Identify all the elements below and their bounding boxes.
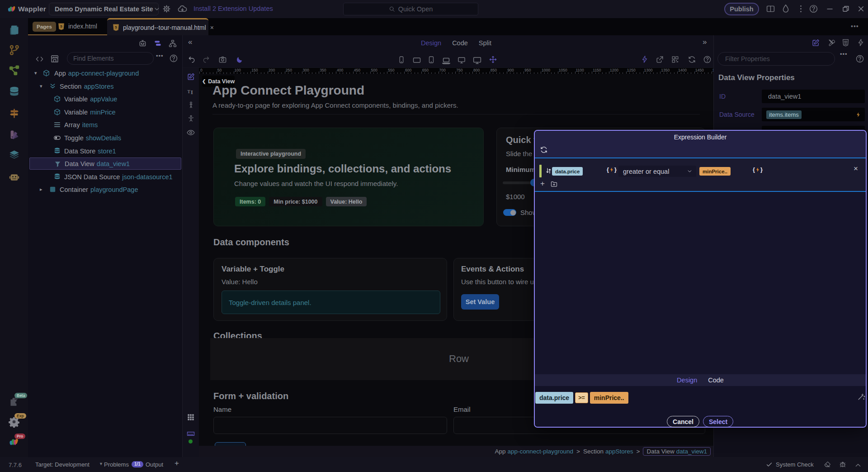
rail-palette-icon[interactable] xyxy=(0,127,28,142)
condition-right-chip[interactable]: minPrice.. xyxy=(699,167,731,176)
find-elements-input[interactable]: Find Elements xyxy=(67,52,154,65)
rail-database-icon[interactable] xyxy=(0,84,28,99)
tree-item-json-datasource1[interactable]: JSON Data Sourcejson-datasource1 xyxy=(29,171,181,183)
code-view-icon[interactable] xyxy=(35,54,44,64)
eye-icon[interactable] xyxy=(186,128,195,137)
restore-button[interactable] xyxy=(841,5,850,13)
tree-item-minPrice[interactable]: VariableminPrice xyxy=(29,106,181,118)
chevron-up-icon[interactable] xyxy=(854,462,862,469)
set-value-button[interactable]: Set Value xyxy=(461,294,499,310)
rail-git-icon[interactable] xyxy=(0,42,28,57)
tree-help-icon[interactable] xyxy=(169,54,178,63)
tree-item-appValue[interactable]: VariableappValue xyxy=(29,93,181,105)
sort-icon[interactable] xyxy=(545,167,552,175)
magic-wand-icon[interactable] xyxy=(857,392,866,401)
tree-collapse-icon[interactable]: ▾ xyxy=(40,83,42,89)
actions-bolt-icon[interactable] xyxy=(641,55,649,63)
system-check-button[interactable]: System Check xyxy=(776,461,814,468)
expand-panel-icon[interactable]: » xyxy=(703,38,707,47)
dark-mode-moon-icon[interactable] xyxy=(235,55,244,64)
split-view-icon[interactable] xyxy=(766,4,775,14)
outline-view-icon[interactable] xyxy=(153,39,162,48)
cancel-button[interactable]: Cancel xyxy=(667,416,699,427)
tree-item-appStores[interactable]: ▾SectionappStores xyxy=(29,80,181,92)
publish-button[interactable]: Publish xyxy=(724,3,759,15)
view-mode-code[interactable]: Code xyxy=(452,39,468,47)
device-laptop-icon[interactable] xyxy=(441,56,451,66)
tabbar-overflow-icon[interactable]: ••• xyxy=(851,23,859,30)
device-tablet-landscape-icon[interactable] xyxy=(412,56,421,65)
edit-mode-icon[interactable] xyxy=(187,72,195,81)
eraser-icon[interactable] xyxy=(824,461,831,468)
pages-badge[interactable]: Pages xyxy=(33,22,56,32)
rail-signpost-icon[interactable] xyxy=(0,105,28,121)
tree-item-store1[interactable]: Data Storestore1 xyxy=(29,145,181,157)
output-button[interactable]: Output xyxy=(146,461,163,468)
tree-collapse-icon[interactable]: ▾ xyxy=(34,70,37,76)
remove-condition-icon[interactable]: × xyxy=(854,164,858,173)
expression-left-chip[interactable]: data.price xyxy=(535,392,573,404)
show-details-toggle[interactable] xyxy=(503,209,516,216)
qr-code-icon[interactable] xyxy=(671,55,679,64)
open-external-icon[interactable] xyxy=(656,55,664,64)
name-input[interactable] xyxy=(213,417,447,434)
binding-picker-icon[interactable]: {} xyxy=(753,167,763,173)
refresh-icon[interactable] xyxy=(688,55,696,64)
grid-toggle-icon[interactable] xyxy=(187,413,195,421)
css-styles-icon[interactable] xyxy=(841,38,850,47)
screenshot-camera-icon[interactable] xyxy=(218,55,227,64)
rail-layers-icon[interactable] xyxy=(0,147,28,162)
data-source-input[interactable]: items.items xyxy=(762,108,865,121)
help-icon[interactable] xyxy=(809,4,818,14)
canvas-help-icon[interactable] xyxy=(703,55,712,64)
breadcrumb-app-connect-playground[interactable]: Appapp-connect-playground xyxy=(495,448,573,455)
binding-bolt-icon[interactable] xyxy=(855,112,861,118)
properties-help-icon[interactable] xyxy=(855,54,864,63)
target-selector[interactable]: Target: Development xyxy=(35,461,90,468)
edit-properties-icon[interactable] xyxy=(811,38,820,47)
dialog-refresh-icon[interactable] xyxy=(540,146,548,154)
rail-flow-icon[interactable] xyxy=(0,62,28,77)
accessibility-icon[interactable] xyxy=(187,114,195,122)
hierarchy-view-icon[interactable] xyxy=(168,39,177,48)
collapse-panel-icon[interactable]: « xyxy=(188,38,192,47)
theme-drop-icon[interactable] xyxy=(781,4,791,14)
settings-gear-icon[interactable] xyxy=(162,4,171,14)
dialog-tab-design[interactable]: Design xyxy=(677,377,697,384)
project-selector[interactable]: Demo Dynamic Real Estate Site xyxy=(49,3,159,15)
tree-item-app-connect-playground[interactable]: ▾Appapp-connect-playground xyxy=(29,67,181,79)
tree-item-items[interactable]: Arrayitems xyxy=(29,119,181,131)
view-mode-design[interactable]: Design xyxy=(421,39,441,47)
kebab-menu-icon[interactable] xyxy=(796,4,806,14)
extension-updates-icon[interactable] xyxy=(177,4,188,14)
undo-icon[interactable] xyxy=(188,55,196,63)
quick-open-input[interactable]: Quick Open xyxy=(343,3,478,15)
info-person-icon[interactable] xyxy=(187,101,195,109)
problems-button[interactable]: Problems xyxy=(104,461,129,468)
expression-op-chip[interactable]: >= xyxy=(575,392,588,403)
components-store-icon[interactable] xyxy=(50,54,60,64)
tree-item-showDetails[interactable]: ToggleshowDetails xyxy=(29,132,181,144)
tab-close-icon[interactable]: × xyxy=(210,24,214,31)
select-button[interactable]: Select xyxy=(703,416,733,427)
breadcrumb-data_view1[interactable]: Data Viewdata_view1 xyxy=(643,447,711,456)
add-group-icon[interactable] xyxy=(550,180,558,188)
condition-drag-handle[interactable] xyxy=(539,165,542,177)
close-button[interactable] xyxy=(857,5,865,13)
expression-right-chip[interactable]: minPrice.. xyxy=(590,392,628,404)
device-tablet-icon[interactable] xyxy=(427,56,435,64)
device-desktop-icon[interactable] xyxy=(457,56,466,65)
breadcrumb-appStores[interactable]: SectionappStores xyxy=(583,448,633,455)
ai-assistant-icon[interactable] xyxy=(138,38,147,48)
install-extensions-link[interactable]: Install 2 Extension Updates xyxy=(193,5,273,12)
tree-more-icon[interactable]: ••• xyxy=(156,52,164,59)
bug-icon[interactable] xyxy=(839,460,847,468)
rail-pages-icon[interactable] xyxy=(0,22,28,38)
submit-button[interactable] xyxy=(215,442,246,446)
device-phone-icon[interactable] xyxy=(397,56,406,64)
move-tool-icon[interactable] xyxy=(489,55,497,64)
tools-icon[interactable] xyxy=(827,38,836,47)
operator-select[interactable]: greater or equal xyxy=(618,166,696,177)
condition-left-chip[interactable]: data.price xyxy=(552,167,583,176)
rail-robot-icon[interactable] xyxy=(0,169,28,185)
